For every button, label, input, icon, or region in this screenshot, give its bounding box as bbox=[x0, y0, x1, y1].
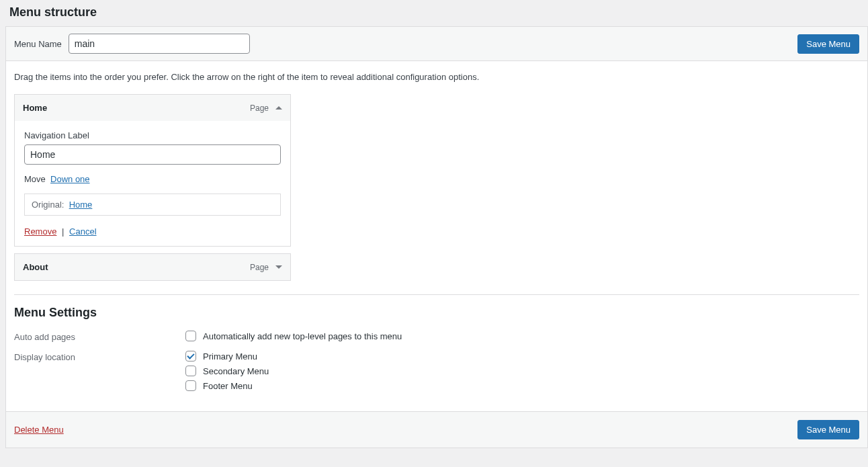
menu-item-body: Navigation Label Move Down one Original:… bbox=[15, 121, 290, 246]
settings-divider bbox=[14, 294, 859, 295]
original-label: Original: bbox=[32, 200, 64, 210]
section-title: Menu structure bbox=[9, 5, 868, 19]
move-label: Move bbox=[24, 174, 46, 184]
save-menu-button-top[interactable]: Save Menu bbox=[797, 34, 859, 54]
caret-up-icon[interactable] bbox=[275, 106, 282, 110]
caret-down-icon[interactable] bbox=[275, 265, 282, 269]
menu-item-header[interactable]: About Page bbox=[15, 254, 290, 280]
panel-header: Menu Name Save Menu bbox=[6, 27, 867, 61]
location-secondary-row[interactable]: Secondary Menu bbox=[185, 366, 859, 376]
original-link[interactable]: Home bbox=[69, 200, 93, 210]
menu-item[interactable]: Home Page Navigation Label Move Down one bbox=[14, 94, 291, 247]
menu-items-list: Home Page Navigation Label Move Down one bbox=[14, 94, 291, 281]
menu-item-type: Page bbox=[250, 263, 282, 272]
menu-panel: Menu Name Save Menu Drag the items into … bbox=[5, 26, 868, 448]
action-separator: | bbox=[62, 226, 64, 237]
location-primary-row[interactable]: Primary Menu bbox=[185, 351, 859, 362]
location-footer-row[interactable]: Footer Menu bbox=[185, 380, 859, 391]
menu-item-type-label: Page bbox=[250, 263, 269, 272]
display-location-row: Display location Primary Menu Secondary … bbox=[14, 351, 859, 395]
auto-add-label: Auto add pages bbox=[14, 331, 185, 342]
menu-item[interactable]: About Page bbox=[14, 253, 291, 281]
delete-menu-link[interactable]: Delete Menu bbox=[14, 425, 64, 435]
menu-item-type: Page bbox=[250, 103, 282, 113]
auto-add-checkbox[interactable] bbox=[185, 331, 196, 341]
display-location-label: Display location bbox=[14, 351, 185, 362]
location-secondary-checkbox[interactable] bbox=[185, 366, 196, 376]
original-box: Original: Home bbox=[24, 194, 281, 216]
cancel-link[interactable]: Cancel bbox=[69, 226, 96, 237]
menu-settings-title: Menu Settings bbox=[14, 306, 859, 320]
location-footer-label: Footer Menu bbox=[203, 381, 253, 391]
panel-body: Drag the items into the order you prefer… bbox=[6, 61, 867, 411]
instructions-text: Drag the items into the order you prefer… bbox=[14, 72, 859, 82]
auto-add-row: Auto add pages Automatically add new top… bbox=[14, 331, 859, 345]
menu-item-type-label: Page bbox=[250, 103, 269, 113]
location-footer-checkbox[interactable] bbox=[185, 380, 196, 391]
location-primary-label: Primary Menu bbox=[203, 351, 257, 362]
move-row: Move Down one bbox=[24, 174, 281, 184]
location-secondary-label: Secondary Menu bbox=[203, 366, 269, 376]
menu-item-header[interactable]: Home Page bbox=[15, 95, 290, 121]
remove-link[interactable]: Remove bbox=[24, 226, 56, 237]
menu-item-title: About bbox=[23, 262, 48, 272]
panel-footer: Delete Menu Save Menu bbox=[6, 411, 867, 448]
menu-name-label: Menu Name bbox=[14, 39, 62, 49]
auto-add-option-label: Automatically add new top-level pages to… bbox=[203, 331, 402, 341]
menu-name-input[interactable] bbox=[69, 34, 250, 54]
save-menu-button-bottom[interactable]: Save Menu bbox=[797, 420, 859, 439]
navigation-label-label: Navigation Label bbox=[24, 130, 281, 140]
move-down-one-link[interactable]: Down one bbox=[50, 174, 90, 184]
item-action-row: Remove | Cancel bbox=[24, 226, 281, 237]
auto-add-checkbox-row[interactable]: Automatically add new top-level pages to… bbox=[185, 331, 859, 341]
menu-item-title: Home bbox=[23, 103, 47, 113]
navigation-label-input[interactable] bbox=[24, 144, 281, 165]
location-primary-checkbox[interactable] bbox=[185, 351, 196, 362]
